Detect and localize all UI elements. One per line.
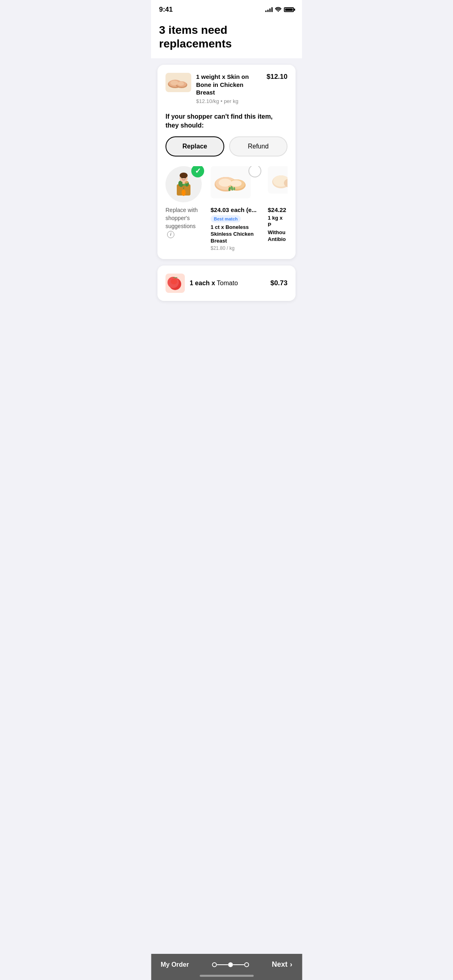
suggestion-2-price: $24.22 xyxy=(268,206,288,213)
suggestion-2-image-wrap xyxy=(268,166,288,202)
replacement-buttons: Replace Refund xyxy=(165,136,288,156)
boneless-chicken-svg xyxy=(212,168,250,196)
refund-button[interactable]: Refund xyxy=(229,136,288,156)
suggestion-1-image-wrap xyxy=(211,166,263,202)
svg-point-22 xyxy=(219,179,232,187)
shopper-image-wrap: ✓ xyxy=(165,166,206,202)
status-icons xyxy=(265,6,294,13)
svg-point-4 xyxy=(170,80,178,85)
shopper-suggestion-option[interactable]: ✓ Replace with shopper's suggestions i xyxy=(165,166,206,251)
selected-check-badge: ✓ xyxy=(191,166,204,177)
status-bar: 9:41 xyxy=(151,0,302,17)
svg-point-14 xyxy=(180,173,188,178)
info-icon[interactable]: i xyxy=(167,231,174,238)
suggestion-1-image xyxy=(211,166,251,198)
svg-point-5 xyxy=(178,82,184,86)
page-header: 3 items need replacements xyxy=(151,17,302,58)
svg-point-32 xyxy=(171,279,177,284)
suggestion-2-name: 1 kg x P xyxy=(268,215,288,229)
svg-point-16 xyxy=(185,177,186,179)
suggestion-1-radio[interactable] xyxy=(248,166,261,177)
tomato-details: 1 each x Tomato xyxy=(190,280,265,287)
item-header: 1 weight x Skin on Bone in Chicken Breas… xyxy=(165,73,288,104)
replace-button[interactable]: Replace xyxy=(165,136,224,156)
svg-point-8 xyxy=(182,189,186,196)
item-price: $12.10 xyxy=(267,73,288,81)
shopper-label: Replace with shopper's suggestions i xyxy=(165,206,206,238)
svg-point-15 xyxy=(182,177,183,179)
item-price-sub: $12.10/kg • per kg xyxy=(196,98,262,104)
suggestion-1-price: $24.03 each (e... xyxy=(211,206,263,213)
suggestion-1-subprice: $21.80 / kg xyxy=(211,245,263,251)
chicken-image xyxy=(166,74,190,91)
wifi-icon xyxy=(275,6,281,13)
suggestion-1-name: 1 ct x Boneless Skinless Chicken Breast xyxy=(211,224,263,245)
tomato-item-text: 1 each x Tomato xyxy=(190,280,238,286)
suggestion-item-2[interactable]: $24.22 1 kg x P Withou Antibio xyxy=(268,166,288,251)
battery-icon xyxy=(284,7,294,12)
suggestion-item-1[interactable]: $24.03 each (e... Best match 1 ct x Bone… xyxy=(211,166,263,251)
page-title: 3 items need replacements xyxy=(159,23,294,50)
tomato-price: $0.73 xyxy=(270,279,288,287)
shopper-message: If your shopper can't find this item, th… xyxy=(165,112,288,130)
status-time: 9:41 xyxy=(159,6,173,14)
item-image xyxy=(165,73,191,92)
best-match-badge: Best match xyxy=(211,215,241,222)
tomato-image xyxy=(165,274,185,293)
suggestions-row: ✓ Replace with shopper's suggestions i xyxy=(165,166,288,251)
svg-rect-17 xyxy=(182,181,185,184)
svg-point-23 xyxy=(230,180,242,187)
tomato-svg xyxy=(167,275,183,291)
item-card-1: 1 weight x Skin on Bone in Chicken Breas… xyxy=(157,65,296,259)
item-details: 1 weight x Skin on Bone in Chicken Breas… xyxy=(196,73,262,104)
item-name: 1 weight x Skin on Bone in Chicken Breas… xyxy=(196,73,262,97)
suggestion-2-detail: Withou Antibio xyxy=(268,229,288,243)
chicken-2-svg xyxy=(269,168,288,192)
signal-icon xyxy=(265,7,273,12)
item-card-2: 1 each x Tomato $0.73 xyxy=(157,266,296,301)
